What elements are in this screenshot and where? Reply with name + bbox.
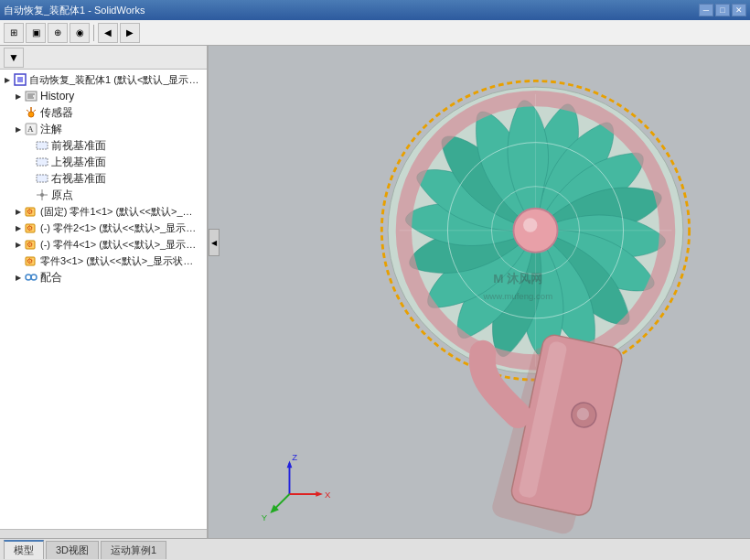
svg-rect-1 (17, 77, 23, 82)
collapse-panel-button[interactable]: ◀ (209, 229, 220, 256)
tree-label-front-plane: 前视基准面 (51, 138, 205, 154)
filter-button[interactable]: ▼ (4, 48, 24, 68)
tree-item-origin[interactable]: 原点 (0, 187, 207, 203)
tree-label-right-plane: 右视基准面 (51, 171, 205, 187)
titlebar-controls: ─ □ ✕ (699, 4, 746, 16)
bottom-tab-bar: 模型 3D视图 运动算例1 (0, 538, 750, 560)
tree-arrow-annotation (13, 124, 24, 135)
main-toolbar: ⊞ ▣ ⊕ ◉ ◀ ▶ (0, 20, 750, 46)
tree-item-front-plane[interactable]: 前视基准面 (0, 137, 207, 154)
tree-arrow-front-plane (24, 140, 35, 151)
right-plane-icon (35, 171, 49, 186)
tree-item-sensor[interactable]: 传感器 (0, 104, 207, 121)
3d-viewport[interactable]: M 沐风网 www.mufeng.com Z X Y (209, 46, 750, 538)
svg-line-8 (27, 110, 29, 112)
top-plane-icon (35, 155, 49, 169)
tree-item-annotation[interactable]: A 注解 (0, 121, 207, 137)
svg-point-39 (513, 209, 557, 253)
tree-item-part2[interactable]: ⚙ (-) 零件2<1> (默认<<默认>_显示… (0, 220, 207, 236)
svg-text:Y: Y (262, 512, 268, 522)
part4-icon: ⚙ (24, 237, 38, 252)
tree-arrow-mate (13, 272, 24, 283)
tree-label-assembly: 自动恢复_装配体1 (默认<默认_显示… (29, 73, 205, 87)
part2-icon: ⚙ (24, 221, 38, 235)
svg-rect-13 (37, 142, 48, 149)
toolbar-separator (93, 25, 94, 41)
close-button[interactable]: ✕ (732, 4, 746, 16)
svg-text:M 沐风网: M 沐风网 (493, 272, 542, 285)
side-panel-buttons: ◀ (209, 229, 220, 256)
tree-label-origin: 原点 (51, 188, 205, 203)
svg-text:⚙: ⚙ (27, 257, 33, 265)
toolbar-btn-1[interactable]: ⊞ (4, 23, 24, 43)
tree-label-sensor: 传感器 (40, 105, 205, 121)
tree-item-assembly[interactable]: 自动恢复_装配体1 (默认<默认_显示… (0, 71, 207, 88)
svg-point-30 (31, 275, 37, 280)
tree-item-top-plane[interactable]: 上视基准面 (0, 154, 207, 170)
tree-item-history[interactable]: History (0, 88, 207, 104)
tree-item-part4[interactable]: ⚙ (-) 零件4<1> (默认<<默认>_显示… (0, 236, 207, 253)
mate-icon (24, 270, 38, 285)
svg-point-29 (26, 275, 31, 280)
svg-rect-15 (37, 158, 48, 166)
svg-text:⚙: ⚙ (27, 241, 33, 249)
svg-text:⚙: ⚙ (27, 224, 33, 232)
svg-text:⚙: ⚙ (27, 208, 33, 216)
tree-label-part2: (-) 零件2<1> (默认<<默认>_显示… (40, 221, 205, 235)
svg-text:X: X (325, 490, 331, 500)
tree-arrow-part2 (13, 222, 24, 233)
tree-item-right-plane[interactable]: 右视基准面 (0, 170, 207, 187)
tab-model[interactable]: 模型 (4, 540, 44, 559)
panel-toolbar: ▼ (0, 46, 207, 70)
part3-icon: ⚙ (24, 253, 38, 268)
tree-arrow-top-plane (24, 156, 35, 167)
tree-label-part1: (固定) 零件1<1> (默认<<默认>_… (40, 205, 205, 219)
tree-arrow-right-plane (24, 173, 35, 184)
origin-icon (35, 188, 49, 202)
tree-item-part3[interactable]: ⚙ 零件3<1> (默认<<默认>_显示状… (0, 253, 207, 269)
tab-3d-view[interactable]: 3D视图 (46, 541, 99, 559)
svg-point-40 (523, 218, 537, 232)
tree-item-mate[interactable]: 配合 (0, 269, 207, 285)
toolbar-btn-3[interactable]: ⊕ (48, 23, 68, 43)
part1-icon: ⚙ (24, 204, 38, 219)
svg-text:Z: Z (292, 452, 297, 462)
toolbar-btn-back[interactable]: ◀ (98, 23, 118, 43)
svg-point-6 (28, 112, 34, 117)
panel-scrollbar[interactable] (0, 529, 207, 538)
annotation-icon: A (24, 122, 38, 136)
history-icon (24, 89, 38, 103)
tree-item-part1[interactable]: ⚙ (固定) 零件1<1> (默认<<默认>_… (0, 203, 207, 220)
maximize-button[interactable]: □ (715, 4, 730, 16)
svg-text:A: A (27, 124, 34, 134)
tree-arrow-sensor (13, 107, 24, 118)
toolbar-btn-forward[interactable]: ▶ (120, 23, 140, 43)
title-bar: 自动恢复_装配体1 - SolidWorks ─ □ ✕ (0, 0, 750, 20)
title-bar-text: 自动恢复_装配体1 - SolidWorks (4, 4, 145, 17)
svg-point-20 (40, 193, 44, 197)
tree-label-part4: (-) 零件4<1> (默认<<默认>_显示… (40, 238, 205, 252)
tree-arrow-origin (24, 189, 35, 200)
svg-text:www.mufeng.com: www.mufeng.com (482, 291, 552, 301)
toolbar-btn-2[interactable]: ▣ (26, 23, 46, 43)
minimize-button[interactable]: ─ (699, 4, 713, 16)
toolbar-btn-4[interactable]: ◉ (70, 23, 90, 43)
feature-tree: 自动恢复_装配体1 (默认<默认_显示… History (0, 70, 207, 529)
feature-tree-panel: ▼ 自动恢复_装配体1 (默认<默认_显示… (0, 46, 209, 538)
tree-arrow-part1 (13, 206, 24, 217)
tree-label-annotation: 注解 (40, 122, 205, 137)
svg-line-9 (34, 110, 37, 112)
tree-arrow-history (13, 91, 24, 102)
front-plane-icon (35, 138, 49, 153)
tree-label-top-plane: 上视基准面 (51, 155, 205, 170)
tree-label-history: History (40, 90, 205, 102)
sensor-icon (24, 105, 38, 120)
assembly-icon (13, 72, 27, 87)
tree-arrow-assembly (2, 74, 13, 85)
tree-arrow-part3 (13, 255, 24, 266)
tab-motion[interactable]: 运动算例1 (101, 541, 166, 559)
svg-rect-17 (37, 175, 48, 182)
tree-label-part3: 零件3<1> (默认<<默认>_显示状… (40, 254, 205, 268)
tree-label-mate: 配合 (40, 270, 205, 285)
main-content: ▼ 自动恢复_装配体1 (默认<默认_显示… (0, 46, 750, 538)
